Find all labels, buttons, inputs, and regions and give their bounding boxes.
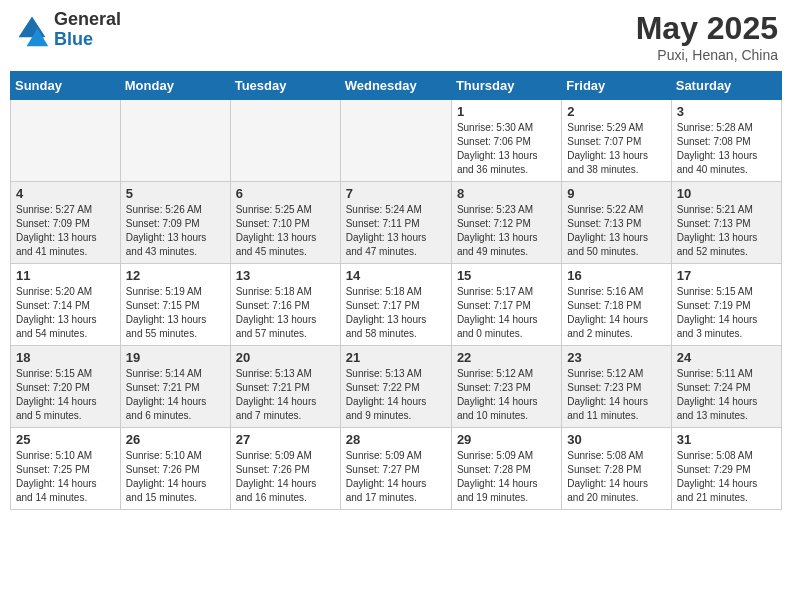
day-info: Sunrise: 5:17 AM Sunset: 7:17 PM Dayligh…: [457, 285, 556, 341]
day-number: 12: [126, 268, 225, 283]
week-row-4: 18Sunrise: 5:15 AM Sunset: 7:20 PM Dayli…: [11, 346, 782, 428]
calendar-cell: 18Sunrise: 5:15 AM Sunset: 7:20 PM Dayli…: [11, 346, 121, 428]
calendar-cell: 14Sunrise: 5:18 AM Sunset: 7:17 PM Dayli…: [340, 264, 451, 346]
day-number: 31: [677, 432, 776, 447]
weekday-header-sunday: Sunday: [11, 72, 121, 100]
day-info: Sunrise: 5:25 AM Sunset: 7:10 PM Dayligh…: [236, 203, 335, 259]
day-info: Sunrise: 5:20 AM Sunset: 7:14 PM Dayligh…: [16, 285, 115, 341]
day-number: 20: [236, 350, 335, 365]
day-number: 19: [126, 350, 225, 365]
day-info: Sunrise: 5:15 AM Sunset: 7:20 PM Dayligh…: [16, 367, 115, 423]
day-number: 11: [16, 268, 115, 283]
logo: General Blue: [14, 10, 121, 50]
day-info: Sunrise: 5:16 AM Sunset: 7:18 PM Dayligh…: [567, 285, 665, 341]
calendar-cell: 7Sunrise: 5:24 AM Sunset: 7:11 PM Daylig…: [340, 182, 451, 264]
day-number: 29: [457, 432, 556, 447]
title-block: May 2025 Puxi, Henan, China: [636, 10, 778, 63]
day-info: Sunrise: 5:12 AM Sunset: 7:23 PM Dayligh…: [457, 367, 556, 423]
day-info: Sunrise: 5:13 AM Sunset: 7:21 PM Dayligh…: [236, 367, 335, 423]
day-info: Sunrise: 5:09 AM Sunset: 7:28 PM Dayligh…: [457, 449, 556, 505]
calendar-cell: 4Sunrise: 5:27 AM Sunset: 7:09 PM Daylig…: [11, 182, 121, 264]
day-info: Sunrise: 5:12 AM Sunset: 7:23 PM Dayligh…: [567, 367, 665, 423]
weekday-header-row: SundayMondayTuesdayWednesdayThursdayFrid…: [11, 72, 782, 100]
week-row-2: 4Sunrise: 5:27 AM Sunset: 7:09 PM Daylig…: [11, 182, 782, 264]
day-info: Sunrise: 5:22 AM Sunset: 7:13 PM Dayligh…: [567, 203, 665, 259]
calendar-cell: 31Sunrise: 5:08 AM Sunset: 7:29 PM Dayli…: [671, 428, 781, 510]
day-info: Sunrise: 5:15 AM Sunset: 7:19 PM Dayligh…: [677, 285, 776, 341]
day-number: 1: [457, 104, 556, 119]
calendar-cell: 17Sunrise: 5:15 AM Sunset: 7:19 PM Dayli…: [671, 264, 781, 346]
weekday-header-saturday: Saturday: [671, 72, 781, 100]
day-info: Sunrise: 5:29 AM Sunset: 7:07 PM Dayligh…: [567, 121, 665, 177]
logo-general-text: General: [54, 10, 121, 30]
page-header: General Blue May 2025 Puxi, Henan, China: [10, 10, 782, 63]
day-info: Sunrise: 5:08 AM Sunset: 7:28 PM Dayligh…: [567, 449, 665, 505]
calendar-cell: [230, 100, 340, 182]
day-number: 8: [457, 186, 556, 201]
day-number: 25: [16, 432, 115, 447]
calendar-cell: 10Sunrise: 5:21 AM Sunset: 7:13 PM Dayli…: [671, 182, 781, 264]
calendar-cell: 23Sunrise: 5:12 AM Sunset: 7:23 PM Dayli…: [562, 346, 671, 428]
day-info: Sunrise: 5:09 AM Sunset: 7:26 PM Dayligh…: [236, 449, 335, 505]
calendar-cell: 25Sunrise: 5:10 AM Sunset: 7:25 PM Dayli…: [11, 428, 121, 510]
weekday-header-tuesday: Tuesday: [230, 72, 340, 100]
day-info: Sunrise: 5:18 AM Sunset: 7:16 PM Dayligh…: [236, 285, 335, 341]
day-number: 16: [567, 268, 665, 283]
weekday-header-friday: Friday: [562, 72, 671, 100]
day-info: Sunrise: 5:23 AM Sunset: 7:12 PM Dayligh…: [457, 203, 556, 259]
calendar-cell: 1Sunrise: 5:30 AM Sunset: 7:06 PM Daylig…: [451, 100, 561, 182]
weekday-header-monday: Monday: [120, 72, 230, 100]
weekday-header-thursday: Thursday: [451, 72, 561, 100]
day-number: 28: [346, 432, 446, 447]
day-number: 13: [236, 268, 335, 283]
day-number: 17: [677, 268, 776, 283]
calendar-cell: 6Sunrise: 5:25 AM Sunset: 7:10 PM Daylig…: [230, 182, 340, 264]
weekday-header-wednesday: Wednesday: [340, 72, 451, 100]
logo-blue-text: Blue: [54, 30, 121, 50]
day-number: 5: [126, 186, 225, 201]
day-info: Sunrise: 5:21 AM Sunset: 7:13 PM Dayligh…: [677, 203, 776, 259]
day-info: Sunrise: 5:09 AM Sunset: 7:27 PM Dayligh…: [346, 449, 446, 505]
calendar-cell: 15Sunrise: 5:17 AM Sunset: 7:17 PM Dayli…: [451, 264, 561, 346]
day-info: Sunrise: 5:19 AM Sunset: 7:15 PM Dayligh…: [126, 285, 225, 341]
location: Puxi, Henan, China: [636, 47, 778, 63]
day-info: Sunrise: 5:14 AM Sunset: 7:21 PM Dayligh…: [126, 367, 225, 423]
logo-icon: [14, 12, 50, 48]
day-info: Sunrise: 5:08 AM Sunset: 7:29 PM Dayligh…: [677, 449, 776, 505]
day-number: 2: [567, 104, 665, 119]
calendar-cell: 22Sunrise: 5:12 AM Sunset: 7:23 PM Dayli…: [451, 346, 561, 428]
calendar-cell: 2Sunrise: 5:29 AM Sunset: 7:07 PM Daylig…: [562, 100, 671, 182]
calendar-cell: [340, 100, 451, 182]
day-number: 10: [677, 186, 776, 201]
day-info: Sunrise: 5:26 AM Sunset: 7:09 PM Dayligh…: [126, 203, 225, 259]
week-row-1: 1Sunrise: 5:30 AM Sunset: 7:06 PM Daylig…: [11, 100, 782, 182]
calendar-cell: 16Sunrise: 5:16 AM Sunset: 7:18 PM Dayli…: [562, 264, 671, 346]
calendar-cell: 27Sunrise: 5:09 AM Sunset: 7:26 PM Dayli…: [230, 428, 340, 510]
calendar-cell: 13Sunrise: 5:18 AM Sunset: 7:16 PM Dayli…: [230, 264, 340, 346]
day-number: 7: [346, 186, 446, 201]
day-info: Sunrise: 5:13 AM Sunset: 7:22 PM Dayligh…: [346, 367, 446, 423]
calendar-cell: 5Sunrise: 5:26 AM Sunset: 7:09 PM Daylig…: [120, 182, 230, 264]
calendar-cell: 3Sunrise: 5:28 AM Sunset: 7:08 PM Daylig…: [671, 100, 781, 182]
calendar-cell: 29Sunrise: 5:09 AM Sunset: 7:28 PM Dayli…: [451, 428, 561, 510]
day-info: Sunrise: 5:27 AM Sunset: 7:09 PM Dayligh…: [16, 203, 115, 259]
week-row-5: 25Sunrise: 5:10 AM Sunset: 7:25 PM Dayli…: [11, 428, 782, 510]
calendar-table: SundayMondayTuesdayWednesdayThursdayFrid…: [10, 71, 782, 510]
calendar-cell: 8Sunrise: 5:23 AM Sunset: 7:12 PM Daylig…: [451, 182, 561, 264]
calendar-cell: [11, 100, 121, 182]
day-number: 3: [677, 104, 776, 119]
day-number: 23: [567, 350, 665, 365]
day-info: Sunrise: 5:28 AM Sunset: 7:08 PM Dayligh…: [677, 121, 776, 177]
week-row-3: 11Sunrise: 5:20 AM Sunset: 7:14 PM Dayli…: [11, 264, 782, 346]
calendar-cell: 9Sunrise: 5:22 AM Sunset: 7:13 PM Daylig…: [562, 182, 671, 264]
calendar-cell: 12Sunrise: 5:19 AM Sunset: 7:15 PM Dayli…: [120, 264, 230, 346]
month-year: May 2025: [636, 10, 778, 47]
day-number: 27: [236, 432, 335, 447]
day-number: 21: [346, 350, 446, 365]
calendar-cell: 11Sunrise: 5:20 AM Sunset: 7:14 PM Dayli…: [11, 264, 121, 346]
day-info: Sunrise: 5:18 AM Sunset: 7:17 PM Dayligh…: [346, 285, 446, 341]
calendar-cell: 30Sunrise: 5:08 AM Sunset: 7:28 PM Dayli…: [562, 428, 671, 510]
calendar-cell: 28Sunrise: 5:09 AM Sunset: 7:27 PM Dayli…: [340, 428, 451, 510]
day-number: 4: [16, 186, 115, 201]
day-number: 22: [457, 350, 556, 365]
